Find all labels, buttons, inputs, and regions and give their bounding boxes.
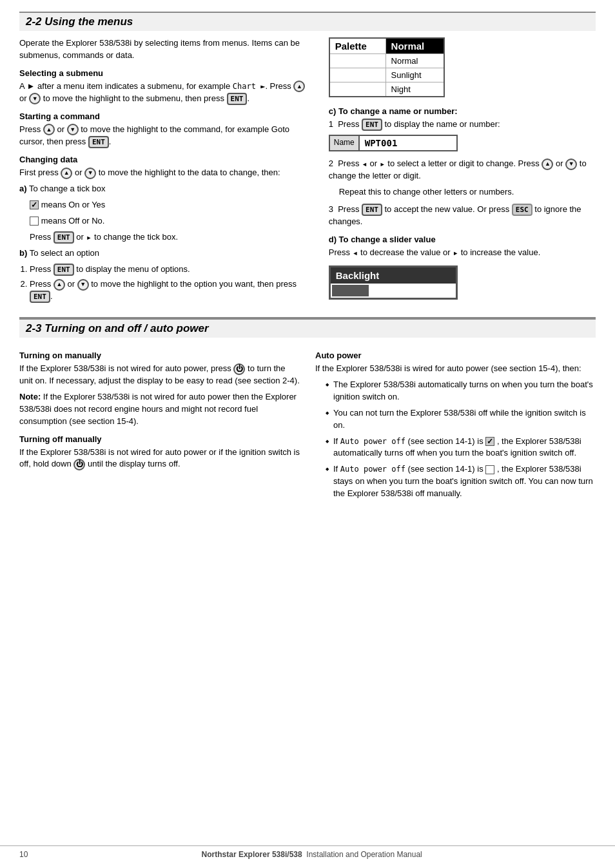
turning-on-note: Note: If the Explorer 538/538i is not wi… bbox=[19, 391, 300, 428]
footer: 10 Northstar Explorer 538i/538 Installat… bbox=[0, 845, 615, 859]
c-step2-repeat: Repeat this to change other letters or n… bbox=[339, 186, 596, 198]
name-label: Name bbox=[330, 136, 360, 150]
auto-power-bullet4: If Auto power off (see section 14-1) is … bbox=[326, 463, 596, 500]
ent-badge-3: ENT bbox=[54, 231, 74, 244]
right-icon bbox=[86, 232, 92, 242]
auto-power-bullet2: You can not turn the Explorer 538/538i o… bbox=[326, 407, 596, 432]
down-icon-4 bbox=[77, 279, 89, 291]
footer-center: Northstar Explorer 538i/538 Installation… bbox=[202, 850, 422, 859]
c-step2: 2 Press or to select a letter or digit t… bbox=[329, 158, 596, 182]
ent-badge-2: ENT bbox=[88, 136, 109, 148]
section-23-left: Turning on manually If the Explorer 538/… bbox=[19, 344, 300, 503]
right-icon-2 bbox=[380, 159, 386, 168]
palette-table: Palette Normal Normal Sunlight Night bbox=[329, 37, 445, 97]
turning-on-title: Turning on manually bbox=[19, 351, 300, 360]
turning-off-title: Turning off manually bbox=[19, 434, 300, 444]
palette-sunlight: Sunlight bbox=[386, 68, 444, 82]
section-22-left: Operate the Explorer 538/538i by selecti… bbox=[19, 37, 313, 307]
d-title: d) To change a slider value bbox=[329, 235, 596, 244]
palette-header-row: Palette Normal bbox=[329, 38, 444, 54]
ent-badge-4: ENT bbox=[54, 264, 74, 276]
ent-badge-6: ENT bbox=[362, 119, 382, 131]
up-icon-3 bbox=[61, 168, 72, 179]
item-b-step1: Press ENT to display the menu of options… bbox=[30, 264, 313, 276]
power-icon-2 bbox=[73, 459, 85, 470]
backlight-header: Backlight bbox=[331, 267, 456, 284]
ent-badge-7: ENT bbox=[362, 204, 382, 216]
left-icon-2 bbox=[362, 159, 367, 168]
footer-page-number: 10 bbox=[19, 850, 28, 859]
selecting-submenu-body: A ► after a menu item indicates a submen… bbox=[19, 81, 313, 105]
turning-off-text: If the Explorer 538/538i is not wired fo… bbox=[19, 447, 300, 471]
down-icon-3 bbox=[84, 168, 96, 179]
c-step1: 1 Press ENT to display the name or numbe… bbox=[329, 119, 596, 131]
auto-power-bullets: The Explorer 538/538i automatically turn… bbox=[315, 379, 596, 500]
lettered-item-a: a) To change a tick box means On or Yes … bbox=[19, 183, 313, 244]
item-a-header: a) To change a tick box bbox=[19, 183, 313, 195]
auto-power-title: Auto power bbox=[315, 351, 596, 360]
section-22-right: Palette Normal Normal Sunlight Night c) … bbox=[329, 37, 596, 307]
changing-data-title: Changing data bbox=[19, 155, 313, 164]
c-title: c) To change a name or number: bbox=[329, 106, 596, 116]
auto-power-bullet3: If Auto power off (see section 14-1) is … bbox=[326, 436, 596, 460]
down-icon bbox=[29, 93, 41, 104]
name-display-box: Name WPT001 bbox=[329, 135, 458, 151]
item-b-list: Press ENT to display the menu of options… bbox=[19, 264, 313, 304]
lettered-item-b: b) To select an option Press ENT to disp… bbox=[19, 247, 313, 303]
palette-row2: Sunlight bbox=[329, 68, 444, 82]
item-a-checked: means On or Yes bbox=[19, 199, 313, 211]
item-b-header: b) To select an option bbox=[19, 247, 313, 260]
tick-checked-icon bbox=[30, 200, 39, 209]
c-step3: 3 Press ENT to accept the new value. Or … bbox=[329, 204, 596, 228]
palette-night: Night bbox=[386, 82, 444, 97]
backlight-slider-fill bbox=[332, 285, 369, 296]
palette-row1: Normal bbox=[329, 54, 444, 68]
palette-normal: Normal bbox=[386, 54, 444, 68]
footer-product: Explorer 538i/538 bbox=[239, 850, 302, 859]
up-icon-5 bbox=[542, 159, 553, 170]
up-icon-2 bbox=[43, 124, 55, 135]
tick-unchecked-icon-2 bbox=[485, 465, 494, 474]
auto-power-intro: If the Explorer 538/538i is wired for au… bbox=[315, 363, 596, 375]
palette-row3: Night bbox=[329, 82, 444, 97]
auto-power-off-code2: Auto power off bbox=[340, 465, 405, 474]
item-a-unchecked: means Off or No. bbox=[19, 215, 313, 227]
selecting-submenu-title: Selecting a submenu bbox=[19, 68, 313, 78]
footer-doc-type: Installation and Operation Manual bbox=[306, 850, 422, 859]
down-icon-5 bbox=[565, 159, 577, 170]
up-icon bbox=[293, 81, 305, 92]
changing-data-body: First press or to move the highlight to … bbox=[19, 167, 313, 179]
item-a-press: Press ENT or to change the tick box. bbox=[19, 231, 313, 244]
section-22: 2-2 Using the menus Operate the Explorer… bbox=[19, 12, 596, 307]
d-text: Press to decrease the value or to increa… bbox=[329, 247, 596, 259]
backlight-slider bbox=[331, 284, 456, 298]
tick-unchecked-icon bbox=[30, 217, 39, 226]
turning-on-text: If the Explorer 538/538i is not wired fo… bbox=[19, 363, 300, 387]
name-value: WPT001 bbox=[360, 136, 403, 150]
left-icon-3 bbox=[353, 247, 358, 257]
power-icon bbox=[233, 363, 245, 375]
section-23-right: Auto power If the Explorer 538/538i is w… bbox=[315, 344, 596, 503]
chart-code: Chart ► bbox=[233, 82, 266, 91]
section-23: 2-3 Turning on and off / auto power Turn… bbox=[19, 318, 596, 503]
note-label: Note: bbox=[19, 392, 41, 401]
ent-badge: ENT bbox=[227, 93, 248, 105]
backlight-box: Backlight bbox=[329, 265, 458, 300]
auto-power-bullet1: The Explorer 538/538i automatically turn… bbox=[326, 379, 596, 403]
footer-brand: Northstar bbox=[202, 850, 237, 859]
ent-badge-5: ENT bbox=[30, 291, 50, 303]
section-22-intro: Operate the Explorer 538/538i by selecti… bbox=[19, 37, 313, 62]
starting-command-body: Press or to move the highlight to the co… bbox=[19, 124, 313, 148]
auto-power-off-code1: Auto power off bbox=[340, 437, 405, 446]
palette-col2-header: Normal bbox=[386, 38, 444, 54]
palette-col1-header: Palette bbox=[329, 38, 386, 54]
up-icon-4 bbox=[54, 279, 65, 291]
down-icon-2 bbox=[67, 124, 79, 135]
section-23-title: 2-3 Turning on and off / auto power bbox=[19, 318, 596, 338]
item-b-step2: Press or to move the highlight to the op… bbox=[30, 278, 313, 303]
starting-command-title: Starting a command bbox=[19, 111, 313, 121]
right-icon-3 bbox=[453, 247, 458, 257]
tick-checked-icon-2 bbox=[485, 437, 494, 446]
section-22-title: 2-2 Using the menus bbox=[19, 12, 596, 31]
esc-badge: ESC bbox=[512, 204, 532, 216]
